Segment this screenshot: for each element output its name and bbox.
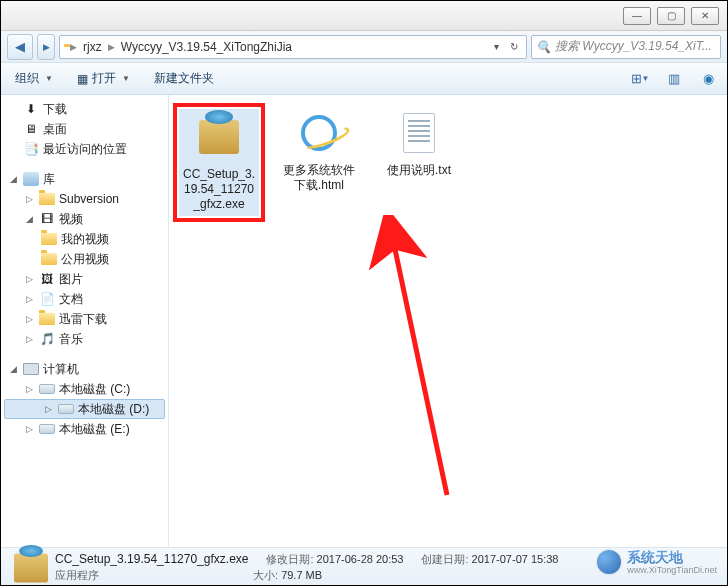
watermark-logo-icon	[597, 550, 621, 574]
nav-recent[interactable]: 📑最近访问的位置	[1, 139, 168, 159]
details-filename: CC_Setup_3.19.54_11270_gfxz.exe	[55, 552, 248, 567]
expand-icon[interactable]: ▷	[23, 424, 35, 434]
folder-icon	[41, 231, 57, 247]
open-label: 打开	[92, 70, 116, 87]
nav-pictures[interactable]: ▷🖼图片	[1, 269, 168, 289]
refresh-button[interactable]: ↻	[506, 39, 522, 55]
file-name: 使用说明.txt	[379, 163, 459, 178]
expand-icon[interactable]: ▷	[23, 274, 35, 284]
nav-downloads[interactable]: ⬇下载	[1, 99, 168, 119]
drive-icon	[39, 421, 55, 437]
new-folder-label: 新建文件夹	[154, 70, 214, 87]
details-create-value: 2017-07-07 15:38	[472, 553, 559, 565]
details-size-value: 79.7 MB	[281, 569, 322, 581]
library-icon	[23, 171, 39, 187]
address-dropdown-icon[interactable]: ▾	[488, 39, 504, 55]
nav-subversion[interactable]: ▷Subversion	[1, 189, 168, 209]
download-icon: ⬇	[23, 101, 39, 117]
nav-xunlei[interactable]: ▷迅雷下载	[1, 309, 168, 329]
breadcrumb-segment[interactable]: Wyccyy_V3.19.54_XiTongZhiJia	[121, 40, 292, 54]
view-options-button[interactable]: ⊞▼	[629, 68, 651, 90]
help-button[interactable]: ◉	[697, 68, 719, 90]
file-list[interactable]: CC_Setup_3.19.54_11270_gfxz.exe 更多系统软件下载…	[169, 95, 727, 547]
file-name: CC_Setup_3.19.54_11270_gfxz.exe	[181, 167, 257, 212]
main-area: ⬇下载 🖥桌面 📑最近访问的位置 ◢库 ▷Subversion ◢🎞视频 我的视…	[1, 95, 727, 547]
expand-icon[interactable]: ▷	[23, 294, 35, 304]
nav-drive-c[interactable]: ▷本地磁盘 (C:)	[1, 379, 168, 399]
details-create-label: 创建日期:	[421, 553, 468, 565]
details-filetype: 应用程序	[55, 568, 99, 583]
nav-public-videos[interactable]: 公用视频	[1, 249, 168, 269]
documents-icon: 📄	[39, 291, 55, 307]
nav-drive-d[interactable]: ▷本地磁盘 (D:)	[4, 399, 165, 419]
txt-icon	[395, 109, 443, 157]
nav-libraries[interactable]: ◢库	[1, 169, 168, 189]
search-placeholder: 搜索 Wyccyy_V3.19.54_XiT...	[555, 38, 712, 55]
back-button[interactable]: ◀	[7, 34, 33, 60]
forward-button[interactable]: ▶	[37, 34, 55, 60]
file-item-exe[interactable]: CC_Setup_3.19.54_11270_gfxz.exe	[179, 109, 259, 216]
collapse-icon[interactable]: ◢	[7, 364, 19, 374]
breadcrumb-segment[interactable]: rjxz	[83, 40, 102, 54]
open-icon: ▦	[77, 72, 88, 86]
close-button[interactable]: ✕	[691, 7, 719, 25]
maximize-button[interactable]: ▢	[657, 7, 685, 25]
window-titlebar: — ▢ ✕	[1, 1, 727, 31]
pictures-icon: 🖼	[39, 271, 55, 287]
installer-icon	[195, 113, 243, 161]
drive-icon	[58, 401, 74, 417]
file-name: 更多系统软件下载.html	[279, 163, 359, 193]
drive-icon	[39, 381, 55, 397]
file-item-html[interactable]: 更多系统软件下载.html	[279, 109, 359, 193]
html-icon	[295, 109, 343, 157]
address-bar[interactable]: ▶ rjxz ▶ Wyccyy_V3.19.54_XiTongZhiJia ▾ …	[59, 35, 527, 59]
nav-computer[interactable]: ◢计算机	[1, 359, 168, 379]
search-input[interactable]: 🔍 搜索 Wyccyy_V3.19.54_XiT...	[531, 35, 721, 59]
folder-icon	[39, 311, 55, 327]
recent-icon: 📑	[23, 141, 39, 157]
breadcrumb-sep: ▶	[108, 42, 115, 52]
collapse-icon[interactable]: ◢	[23, 214, 35, 224]
expand-icon[interactable]: ▷	[23, 334, 35, 344]
expand-icon[interactable]: ▷	[23, 194, 35, 204]
svg-line-0	[392, 235, 447, 495]
watermark-brand: 系统天地	[627, 549, 683, 565]
computer-icon	[23, 361, 39, 377]
minimize-button[interactable]: —	[623, 7, 651, 25]
expand-icon[interactable]: ▷	[23, 314, 35, 324]
search-icon: 🔍	[536, 40, 551, 54]
expand-icon[interactable]: ▷	[42, 404, 54, 414]
watermark: 系统天地 www.XiTongTianDi.net	[597, 548, 717, 575]
preview-pane-button[interactable]: ▥	[663, 68, 685, 90]
organize-menu[interactable]: 组织▼	[9, 67, 59, 90]
desktop-icon: 🖥	[23, 121, 39, 137]
file-item-txt[interactable]: 使用说明.txt	[379, 109, 459, 178]
navigation-pane[interactable]: ⬇下载 🖥桌面 📑最近访问的位置 ◢库 ▷Subversion ◢🎞视频 我的视…	[1, 95, 169, 547]
details-mod-label: 修改日期:	[266, 553, 313, 565]
organize-label: 组织	[15, 70, 39, 87]
toolbar: 组织▼ ▦ 打开▼ 新建文件夹 ⊞▼ ▥ ◉	[1, 63, 727, 95]
nav-videos[interactable]: ◢🎞视频	[1, 209, 168, 229]
annotation-arrow	[357, 215, 477, 515]
nav-drive-e[interactable]: ▷本地磁盘 (E:)	[1, 419, 168, 439]
details-mod-value: 2017-06-28 20:53	[317, 553, 404, 565]
music-icon: 🎵	[39, 331, 55, 347]
details-size-label: 大小:	[253, 569, 278, 581]
nav-music[interactable]: ▷🎵音乐	[1, 329, 168, 349]
address-row: ◀ ▶ ▶ rjxz ▶ Wyccyy_V3.19.54_XiTongZhiJi…	[1, 31, 727, 63]
open-button[interactable]: ▦ 打开▼	[71, 67, 136, 90]
new-folder-button[interactable]: 新建文件夹	[148, 67, 220, 90]
video-icon: 🎞	[39, 211, 55, 227]
nav-my-videos[interactable]: 我的视频	[1, 229, 168, 249]
installer-icon	[11, 551, 45, 585]
folder-icon	[39, 191, 55, 207]
expand-icon[interactable]: ▷	[23, 384, 35, 394]
nav-desktop[interactable]: 🖥桌面	[1, 119, 168, 139]
watermark-url: www.XiTongTianDi.net	[627, 565, 717, 575]
collapse-icon[interactable]: ◢	[7, 174, 19, 184]
breadcrumb-sep: ▶	[70, 42, 77, 52]
folder-icon	[41, 251, 57, 267]
nav-documents[interactable]: ▷📄文档	[1, 289, 168, 309]
